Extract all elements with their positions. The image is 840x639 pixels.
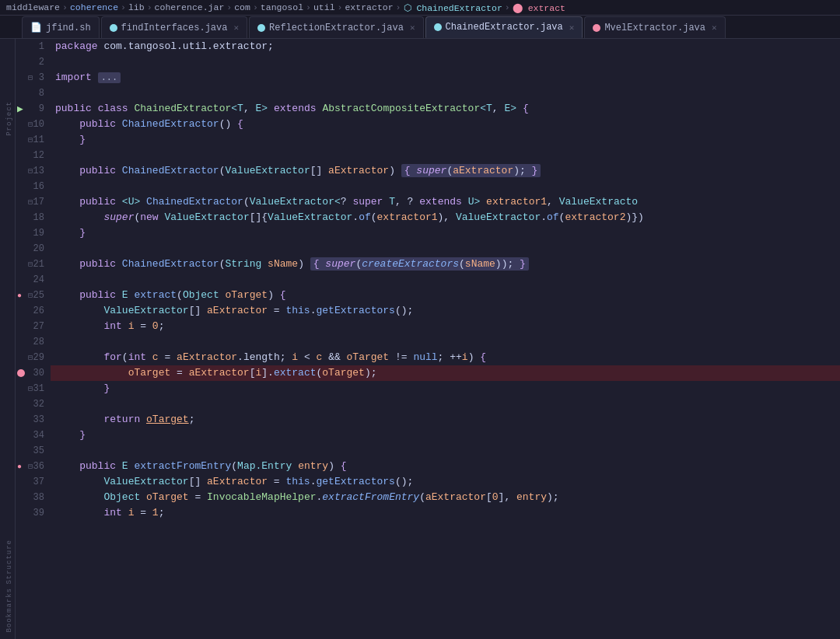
fold-icon[interactable]: ⊟	[26, 385, 34, 393]
code-line: 8	[16, 86, 840, 101]
tab-label: findInterfaces.java	[121, 23, 228, 33]
fold-icon[interactable]: ⊟	[26, 354, 34, 361]
code-line: 38 Object oTarget = InvocableMapHelper.e…	[16, 490, 840, 505]
breakpoint-indicator[interactable]	[17, 369, 25, 377]
line-number: 26	[16, 303, 51, 319]
run-arrow: ▶	[17, 103, 23, 115]
fold-icon[interactable]: ⊟	[26, 292, 34, 299]
project-label: Project	[5, 101, 13, 136]
code-line: 37 ValueExtractor[] aExtractor = this.ge…	[16, 474, 840, 490]
breadcrumb-item[interactable]: extractor	[345, 2, 393, 12]
line-content: }	[51, 381, 840, 396]
breadcrumb-item[interactable]: com	[234, 2, 250, 12]
code-line: 32	[16, 396, 840, 412]
line-content	[51, 179, 840, 194]
fold-icon[interactable]: ⊟	[26, 198, 34, 206]
code-line: 2	[16, 54, 840, 70]
tab-label: ChainedExtractor.java	[446, 22, 563, 33]
code-line: ▶ 9 public class ChainedExtractor<T, E> …	[16, 101, 840, 117]
tab-label: ReflectionExtractor.java	[269, 23, 404, 33]
line-number: 19	[16, 225, 51, 241]
line-content: int i = 0;	[51, 319, 840, 334]
tab-reflectionExtractor[interactable]: ReflectionExtractor.java ✕	[249, 16, 423, 38]
code-line: ⊟ 29 for(int c = aExtractor.length; i < …	[16, 350, 840, 365]
line-content: }	[51, 132, 840, 148]
line-content: int i = 1;	[51, 505, 840, 521]
code-line: ⊟ 3 import ...	[16, 70, 840, 86]
code-line: 12	[16, 148, 840, 163]
line-number: 37	[16, 474, 51, 490]
fold-icon[interactable]: ⊟	[26, 167, 34, 175]
tab-close-button[interactable]: ✕	[233, 23, 239, 33]
code-line: 20	[16, 241, 840, 257]
breadcrumb-item[interactable]: util	[313, 2, 335, 12]
tab-jfind[interactable]: 📄 jfind.sh	[22, 16, 100, 38]
line-number: 34	[16, 428, 51, 443]
tab-findInterfaces[interactable]: findInterfaces.java ✕	[101, 16, 247, 38]
line-content	[51, 148, 840, 163]
tab-chainedExtractor[interactable]: ChainedExtractor.java ✕	[425, 16, 583, 38]
breadcrumb-item[interactable]: lib	[128, 2, 145, 12]
line-number: 28	[16, 334, 51, 350]
fold-icon[interactable]: ⊟	[26, 74, 34, 82]
line-number: 33	[16, 412, 51, 428]
tab-close-button[interactable]: ✕	[410, 23, 415, 33]
code-line: 26 ValueExtractor[] aExtractor = this.ge…	[16, 303, 840, 319]
line-content: }	[51, 225, 840, 241]
code-line: 19 }	[16, 225, 840, 241]
line-number: ● ⊟ 36	[16, 459, 51, 474]
line-content: public class ChainedExtractor<T, E> exte…	[51, 101, 840, 117]
breadcrumb-item[interactable]: middleware	[6, 2, 60, 12]
line-content	[51, 241, 840, 257]
code-line: 1 package com.tangosol.util.extractor;	[16, 39, 840, 54]
code-line-breakpoint: 30 oTarget = aExtractor[i].extract(oTarg…	[16, 365, 840, 381]
code-line: 28	[16, 334, 840, 350]
line-content: public ChainedExtractor() {	[51, 117, 840, 132]
tab-close-button[interactable]: ✕	[569, 23, 575, 33]
tab-icon: 📄	[30, 22, 42, 33]
code-line: 33 return oTarget;	[16, 412, 840, 428]
line-number: ⊟ 31	[16, 381, 51, 396]
line-content: public ChainedExtractor(ValueExtractor[]…	[51, 163, 840, 179]
code-editor[interactable]: 1 package com.tangosol.util.extractor; 2…	[16, 39, 840, 639]
code-line: ● ⊟ 25 public E extract(Object oTarget) …	[16, 288, 840, 303]
line-number: ⊟ 13	[16, 163, 51, 179]
line-content: }	[51, 428, 840, 443]
main-area: Project Structure Bookmarks 1 package co…	[0, 39, 840, 639]
line-content	[51, 334, 840, 350]
breadcrumb-bar: middleware › coherence › lib › coherence…	[0, 0, 840, 16]
tab-file-icon	[593, 24, 600, 32]
code-line: 35	[16, 443, 840, 459]
code-line: ⊟ 31 }	[16, 381, 840, 396]
code-line: 39 int i = 1;	[16, 505, 840, 521]
line-number: 24	[16, 272, 51, 288]
line-number: ⊟ 29	[16, 350, 51, 365]
fold-icon[interactable]: ⊟	[26, 120, 34, 128]
line-number: ● ⊟ 25	[16, 288, 51, 303]
line-number: 2	[16, 54, 51, 70]
line-content: Object oTarget = InvocableMapHelper.extr…	[51, 490, 840, 505]
line-number: ⊟ 11	[16, 132, 51, 148]
line-content	[51, 443, 840, 459]
fold-icon[interactable]: ⊟	[26, 136, 34, 144]
line-content: return oTarget;	[51, 412, 840, 428]
line-content: ValueExtractor[] aExtractor = this.getEx…	[51, 303, 840, 319]
fold-icon[interactable]: ⊟	[26, 463, 34, 470]
line-content: super(new ValueExtractor[]{ValueExtracto…	[51, 210, 840, 225]
breadcrumb-item[interactable]: coherence	[70, 2, 118, 12]
left-sidebar: Project Structure Bookmarks	[0, 39, 16, 639]
line-number: 30	[16, 365, 51, 381]
tab-file-icon	[110, 24, 117, 32]
line-content: public E extractFromEntry(Map.Entry entr…	[51, 459, 840, 474]
fold-icon[interactable]: ⊟	[26, 260, 34, 268]
breadcrumb-item[interactable]: ⬤ extract	[513, 2, 565, 13]
code-line: 27 int i = 0;	[16, 319, 840, 334]
breadcrumb-item[interactable]: ⬡ ChainedExtractor	[404, 2, 502, 13]
tab-close-button[interactable]: ✕	[712, 23, 717, 33]
line-content: import ...	[51, 70, 840, 86]
line-number: 38	[16, 490, 51, 505]
breadcrumb-item[interactable]: tangosol	[261, 2, 303, 12]
tab-mvelExtractor[interactable]: MvelExtractor.java ✕	[584, 16, 725, 38]
breadcrumb-item[interactable]: coherence.jar	[155, 2, 225, 12]
code-line: 24	[16, 272, 840, 288]
